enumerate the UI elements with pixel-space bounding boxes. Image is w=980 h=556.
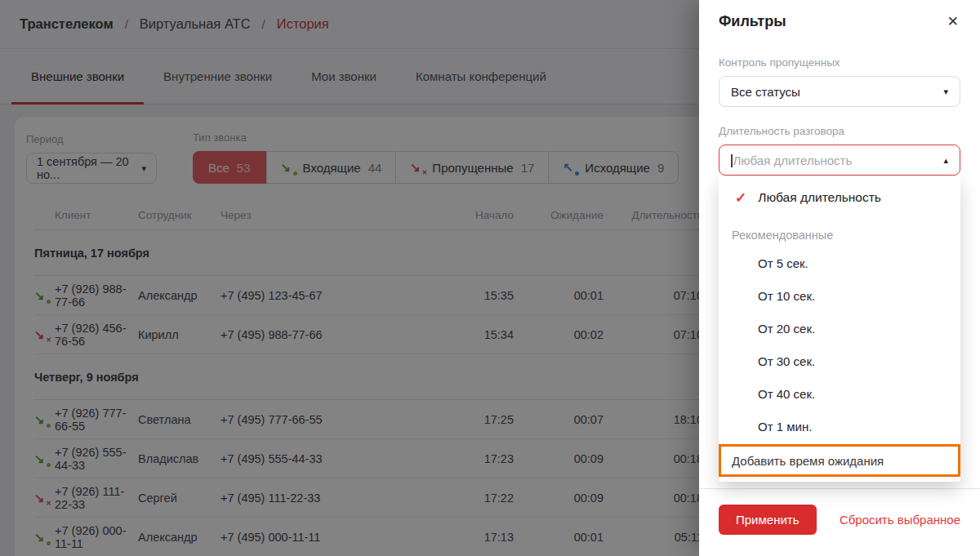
duration-option[interactable]: От 40 сек.: [719, 377, 960, 410]
close-icon[interactable]: ✕: [946, 13, 960, 30]
chevron-up-icon: ▴: [943, 156, 948, 165]
apply-button[interactable]: Применить: [719, 505, 817, 535]
missed-control-label: Контроль пропущенных: [719, 56, 960, 69]
duration-option[interactable]: От 1 мин.: [719, 410, 960, 443]
chevron-down-icon: ▾: [943, 87, 948, 96]
reset-selected-link[interactable]: Сбросить выбранное: [840, 513, 960, 527]
dropdown-section-label: Рекомендованные: [719, 214, 960, 247]
panel-title: Фильтры: [719, 13, 786, 30]
duration-option-any[interactable]: ✓ Любая длительность: [719, 181, 960, 214]
text-cursor: [731, 154, 733, 167]
panel-footer: Применить Сбросить выбранное: [699, 488, 980, 556]
duration-option[interactable]: От 10 сек.: [719, 279, 960, 312]
duration-placeholder: Любая длительность: [731, 153, 852, 167]
duration-option[interactable]: От 30 сек.: [719, 345, 960, 377]
filters-panel: Фильтры ✕ Контроль пропущенных Все стату…: [699, 0, 980, 556]
duration-dropdown: ✓ Любая длительность Рекомендованные От …: [719, 176, 960, 482]
check-icon: ✓: [735, 189, 746, 207]
duration-combobox[interactable]: Любая длительность ▴: [719, 145, 960, 176]
add-wait-time-option[interactable]: Добавить время ожидания: [719, 444, 960, 477]
duration-option[interactable]: От 20 сек.: [719, 312, 960, 345]
missed-control-select[interactable]: Все статусы ▾: [719, 76, 960, 107]
duration-option-label: Любая длительность: [758, 190, 881, 205]
missed-control-value: Все статусы: [731, 85, 800, 99]
duration-option[interactable]: От 5 сек.: [719, 247, 960, 279]
duration-label: Длительность разговора: [719, 125, 960, 137]
